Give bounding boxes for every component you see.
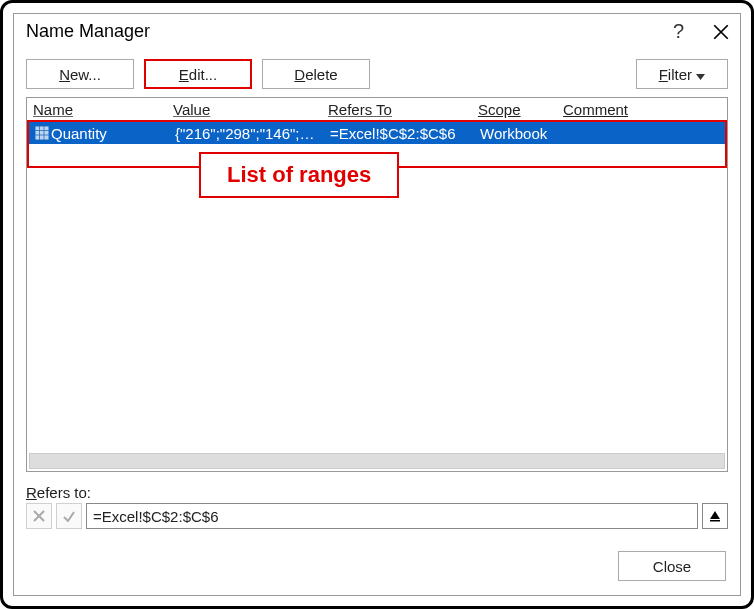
- cancel-edit-icon: [26, 503, 52, 529]
- col-name-header[interactable]: Name: [27, 101, 167, 118]
- close-button[interactable]: Close: [618, 551, 726, 581]
- cell-scope: Workbook: [474, 125, 559, 142]
- col-scope-header[interactable]: Scope: [472, 101, 557, 118]
- delete-button[interactable]: Delete: [262, 59, 370, 89]
- svg-rect-3: [35, 126, 49, 140]
- toolbar: New... Edit... Delete Filter: [14, 49, 740, 97]
- chevron-down-icon: [696, 66, 705, 83]
- dialog-title: Name Manager: [26, 21, 673, 42]
- col-comment-header[interactable]: Comment: [557, 101, 727, 118]
- edit-button[interactable]: Edit...: [144, 59, 252, 89]
- dialog-footer: Close: [14, 537, 740, 595]
- svg-marker-10: [710, 511, 720, 519]
- svg-marker-2: [696, 74, 705, 80]
- close-icon[interactable]: [712, 23, 730, 41]
- svg-rect-11: [710, 520, 720, 522]
- cell-refers: =Excel!$C$2:$C$6: [324, 125, 474, 142]
- cell-value: {"216";"298";"146";"18...: [169, 125, 324, 142]
- refers-to-label: Refers to:: [26, 484, 728, 501]
- titlebar: Name Manager ?: [14, 14, 740, 49]
- table-row[interactable]: Quantity {"216";"298";"146";"18... =Exce…: [29, 122, 725, 144]
- accept-edit-icon: [56, 503, 82, 529]
- refers-to-section: Refers to:: [14, 480, 740, 537]
- annotation-label: List of ranges: [199, 152, 399, 198]
- cell-name: Quantity: [29, 125, 169, 142]
- collapse-dialog-icon[interactable]: [702, 503, 728, 529]
- name-manager-dialog: Name Manager ? New... Edit... Delete Fil…: [13, 13, 741, 596]
- horizontal-scrollbar[interactable]: [29, 453, 725, 469]
- row-name-text: Quantity: [51, 125, 107, 142]
- new-button[interactable]: New...: [26, 59, 134, 89]
- refers-to-input[interactable]: [86, 503, 698, 529]
- col-refers-header[interactable]: Refers To: [322, 101, 472, 118]
- filter-button[interactable]: Filter: [636, 59, 728, 89]
- column-headers: Name Value Refers To Scope Comment: [27, 98, 727, 120]
- col-value-header[interactable]: Value: [167, 101, 322, 118]
- names-list: Name Value Refers To Scope Comment: [26, 97, 728, 472]
- help-icon[interactable]: ?: [673, 20, 684, 43]
- range-icon: [35, 126, 49, 140]
